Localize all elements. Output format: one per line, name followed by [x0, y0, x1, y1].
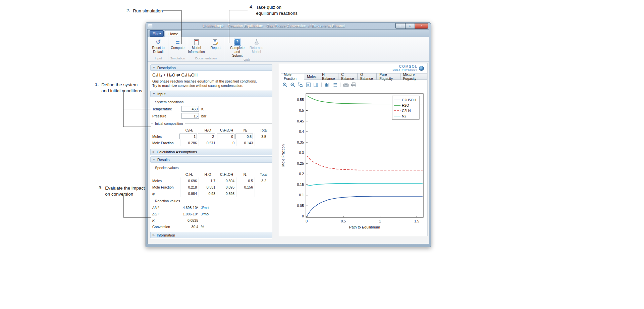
- conversion-unit: %: [201, 225, 204, 229]
- section-header-input[interactable]: ▼ Input: [150, 91, 272, 97]
- report-document-icon: [213, 39, 219, 45]
- toolbar-separator: [321, 83, 322, 87]
- graphics-panel: COMSOL MULTIPHYSICS® Mole Fraction Moles…: [279, 63, 428, 236]
- maximize-button[interactable]: □: [405, 23, 415, 29]
- svg-text:0: 0: [302, 214, 304, 218]
- svg-text:0.5: 0.5: [299, 108, 304, 112]
- toolbar-separator: [340, 83, 340, 87]
- print-icon: [351, 82, 357, 88]
- group-title-reaction-values: Reaction values: [151, 199, 272, 203]
- svg-text:0.55: 0.55: [297, 98, 304, 102]
- delta-h-unit: J/mol: [201, 206, 209, 210]
- close-button[interactable]: ×: [415, 23, 428, 29]
- ribbon-group-label-input: Input: [149, 56, 168, 61]
- section-header-information[interactable]: ▷ Information: [150, 232, 272, 238]
- delta-h-value: -4.698·10⁴: [181, 206, 198, 210]
- column-header: H₂O: [199, 171, 217, 177]
- compute-button[interactable]: = Compute: [168, 38, 187, 50]
- svg-text:H2O: H2O: [402, 103, 409, 107]
- temperature-input[interactable]: [181, 106, 199, 112]
- svg-text:0.35: 0.35: [297, 140, 304, 144]
- zoom-out-button[interactable]: [290, 82, 296, 88]
- svg-text:0.2: 0.2: [299, 172, 304, 176]
- pressure-input[interactable]: [181, 113, 199, 119]
- description-line-1: Gas phase reaction reaches equilibrium a…: [152, 79, 272, 84]
- result-moles: 0.5: [236, 177, 255, 184]
- tab-home-label: Home: [168, 32, 178, 36]
- svg-text:1: 1: [379, 219, 381, 223]
- axis-bars-icon: [324, 82, 330, 88]
- report-button[interactable]: Report: [206, 38, 225, 50]
- mole-fraction-value: 0.571: [199, 140, 217, 146]
- svg-text:0.05: 0.05: [297, 204, 304, 208]
- tab-mole-fraction[interactable]: Mole Fraction: [281, 73, 304, 80]
- equals-icon: =: [175, 39, 179, 46]
- return-to-model-button[interactable]: Return to Model: [247, 38, 266, 54]
- reaction-equation: C₂H₄ + H₂O ⇌ C₂H₅OH: [152, 72, 272, 79]
- svg-text:0.25: 0.25: [297, 161, 304, 165]
- pdf-document-icon: [194, 39, 199, 45]
- chart-area: 00.050.10.150.20.250.30.350.40.450.50.55…: [279, 90, 427, 235]
- section-title: Information: [157, 233, 175, 237]
- tab-home[interactable]: Home: [165, 30, 182, 37]
- zoom-out-icon: [290, 82, 296, 88]
- model-information-button[interactable]: Model Information: [187, 38, 206, 54]
- axis-bars-button[interactable]: [324, 82, 330, 88]
- legend-list-button[interactable]: [332, 82, 338, 88]
- tab-o-balance[interactable]: O Balance: [358, 73, 377, 80]
- svg-text:0.5: 0.5: [341, 219, 346, 223]
- result-phi: 0.984: [180, 190, 199, 197]
- equilibrium-constant-label: K: [152, 218, 181, 222]
- window-titlebar[interactable]: Untitled.mph - Reaction Equilibrium - Ga…: [146, 22, 431, 29]
- row-label-phi: φᵢ: [152, 190, 180, 197]
- section-header-results[interactable]: ▼ Results: [150, 156, 272, 163]
- annotation-text: Take quiz on equilibrium reactions: [256, 4, 298, 16]
- moles-c2h5oh-input[interactable]: [217, 134, 234, 139]
- pressure-row: Pressure bar: [150, 112, 272, 119]
- mole-fraction-value: 0: [217, 140, 236, 146]
- temperature-unit: K: [201, 107, 204, 111]
- svg-text:C2H4: C2H4: [402, 109, 411, 113]
- ribbon: ↺ Reset to Default Input = Compute Simul…: [148, 37, 429, 62]
- file-menu-button[interactable]: File ▾: [150, 30, 164, 37]
- zoom-in-button[interactable]: [282, 82, 288, 88]
- column-header: N₂: [236, 171, 255, 177]
- plot-window-button[interactable]: [313, 82, 319, 88]
- group-title-system-conditions: System conditions: [151, 100, 272, 104]
- annotation-step-3: 3. Evaluate the impact on conversion: [99, 185, 145, 197]
- tab-c-balance[interactable]: C Balance: [338, 73, 358, 80]
- app-body: File ▾ Home ↺ Reset to Default Input: [147, 29, 429, 244]
- column-header: Total: [255, 127, 273, 133]
- comsol-logo-icon: [419, 66, 424, 71]
- moles-c2h4-input[interactable]: [179, 134, 197, 139]
- moles-h2o-input[interactable]: [198, 134, 215, 139]
- section-header-calculation-assumptions[interactable]: ▷ Calculation Assumptions: [150, 149, 272, 155]
- conversion-label: Conversion: [152, 225, 181, 229]
- moles-n2-input[interactable]: [235, 134, 253, 139]
- conversion-value: 30.4: [181, 225, 198, 229]
- tab-pure-fugacity[interactable]: Pure Fugacity: [377, 73, 400, 80]
- reaction-value-row: K 0.0535: [150, 217, 272, 223]
- column-header: H₂O: [199, 127, 217, 133]
- zoom-extents-button[interactable]: [305, 82, 311, 88]
- svg-text:0.45: 0.45: [297, 119, 304, 123]
- initial-composition-table: C₂H₄ H₂O C₂H₅OH N₂ Total Moles 3.5 Mole …: [150, 127, 272, 146]
- tab-h-balance[interactable]: H Balance: [319, 73, 338, 80]
- snapshot-button[interactable]: [343, 82, 349, 88]
- print-button[interactable]: [351, 82, 357, 88]
- minimize-button[interactable]: –: [395, 23, 405, 29]
- annotation-step-2: 2. Run simulation: [126, 8, 163, 14]
- annotation-number: 1.: [95, 82, 99, 94]
- svg-text:0: 0: [306, 219, 308, 223]
- annotation-text: Run simulation: [133, 8, 163, 14]
- tab-mixture-fugacity[interactable]: Mixture Fugacity: [400, 73, 427, 80]
- tab-moles[interactable]: Moles: [304, 73, 319, 80]
- svg-text:0.1: 0.1: [299, 193, 304, 197]
- complete-and-submit-button[interactable]: ? Complete and Submit: [228, 38, 247, 58]
- zoom-selection-button[interactable]: [298, 82, 304, 88]
- result-moles: 1.7: [199, 177, 217, 184]
- plot-tab-bar: Mole Fraction Moles H Balance C Balance …: [281, 73, 427, 80]
- section-header-description[interactable]: ▼ Description: [150, 64, 272, 71]
- result-moles: 0.696: [180, 177, 199, 184]
- reset-to-default-button[interactable]: ↺ Reset to Default: [149, 38, 168, 54]
